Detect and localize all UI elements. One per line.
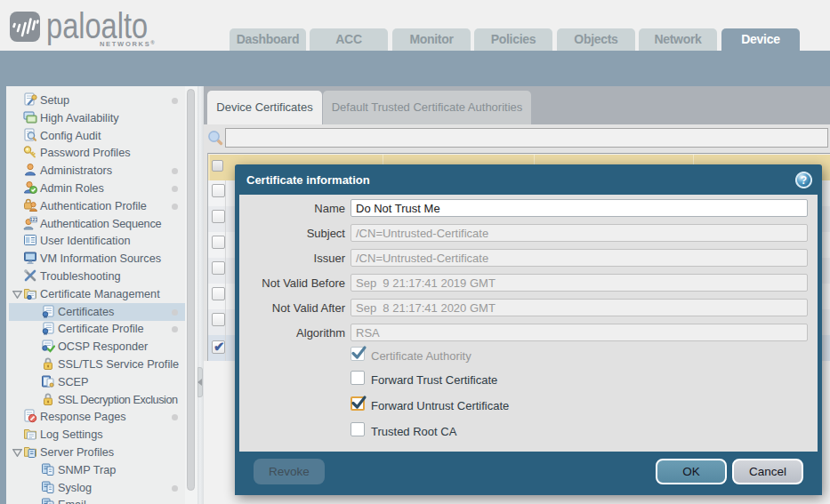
svg-text:?: ? bbox=[801, 174, 807, 187]
svg-text:123: 123 bbox=[30, 217, 38, 222]
